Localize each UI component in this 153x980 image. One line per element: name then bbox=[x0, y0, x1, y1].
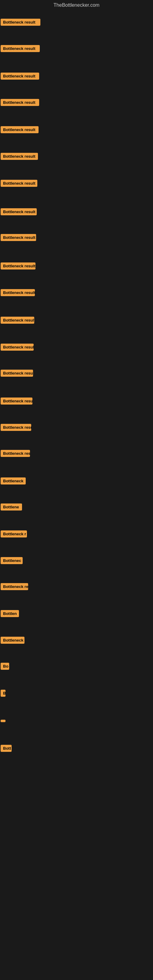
list-item: Bottleneck result bbox=[1, 234, 36, 242]
list-item: Bottlenec bbox=[1, 557, 22, 565]
list-item: Bottleneck r bbox=[1, 530, 27, 539]
list-item: B bbox=[1, 690, 5, 698]
site-title: TheBottlenecker.com bbox=[0, 0, 153, 9]
list-item: Bottleneck re bbox=[1, 583, 28, 591]
bottleneck-result-badge[interactable]: Bo bbox=[1, 663, 9, 670]
list-item: Bottleneck bbox=[1, 477, 26, 486]
bottleneck-result-badge[interactable]: Bottlenec bbox=[1, 557, 22, 564]
bottleneck-result-badge[interactable]: Bottleneck result bbox=[1, 289, 35, 296]
bottleneck-result-badge[interactable]: Bottleneck result bbox=[1, 153, 38, 160]
list-item: Bottleneck result bbox=[1, 208, 37, 216]
bottleneck-result-badge[interactable]: Bottlen bbox=[1, 610, 19, 617]
list-item: Bottleneck result bbox=[1, 73, 39, 81]
bottleneck-result-badge[interactable]: Bottleneck result bbox=[1, 234, 36, 241]
bottleneck-result-badge[interactable]: Bott bbox=[1, 745, 12, 752]
list-item: Bottleneck result bbox=[1, 180, 37, 188]
list-item: Bottlen bbox=[1, 610, 19, 618]
bottleneck-result-badge[interactable]: Bottleneck result bbox=[1, 262, 35, 269]
bottleneck-result-badge[interactable]: Bottleneck bbox=[1, 477, 26, 485]
list-item: Bottleneck result bbox=[1, 126, 38, 134]
bottleneck-result-badge[interactable]: B bbox=[1, 690, 5, 697]
bottleneck-result-badge[interactable]: Bottleneck result bbox=[1, 450, 30, 457]
bottleneck-result-badge[interactable]: Bottleneck result bbox=[1, 45, 40, 52]
bottleneck-result-badge[interactable]: Bottleneck result bbox=[1, 317, 34, 324]
bottleneck-result-badge[interactable] bbox=[1, 720, 5, 722]
bottleneck-result-badge[interactable]: Bottleneck r bbox=[1, 530, 27, 538]
list-item: Bottleneck result bbox=[1, 289, 35, 298]
list-item: Bottleneck result bbox=[1, 344, 33, 352]
list-item: Bottleneck result bbox=[1, 153, 38, 161]
list-item: Bott bbox=[1, 745, 12, 753]
bottleneck-result-badge[interactable]: Bottleneck result bbox=[1, 398, 32, 404]
bottleneck-result-badge[interactable]: Bottleneck result bbox=[1, 19, 40, 26]
list-item: Bottleneck result bbox=[1, 398, 32, 406]
bottleneck-result-badge[interactable]: Bottleneck re bbox=[1, 583, 28, 590]
list-item: Bottlene bbox=[1, 503, 22, 512]
bottleneck-result-badge[interactable]: Bottleneck result bbox=[1, 370, 33, 377]
bottleneck-result-badge[interactable]: Bottleneck bbox=[1, 637, 24, 644]
list-item: Bottleneck result bbox=[1, 317, 34, 325]
list-item: Bottleneck result bbox=[1, 19, 40, 27]
bottleneck-result-badge[interactable]: Bottleneck result bbox=[1, 344, 33, 351]
bottleneck-result-badge[interactable]: Bottleneck result bbox=[1, 208, 37, 215]
list-item: Bottleneck result bbox=[1, 370, 33, 378]
list-item: Bottleneck result bbox=[1, 262, 35, 271]
list-item: Bo bbox=[1, 663, 9, 671]
list-item: Bottleneck result bbox=[1, 450, 30, 458]
bottleneck-result-badge[interactable]: Bottleneck result bbox=[1, 99, 39, 106]
bottleneck-result-badge[interactable]: Bottleneck result bbox=[1, 73, 39, 80]
list-item: Bottleneck result bbox=[1, 45, 40, 53]
list-item: Bottleneck result bbox=[1, 99, 39, 107]
bottleneck-result-badge[interactable]: Bottlene bbox=[1, 503, 22, 511]
list-item bbox=[1, 718, 5, 723]
list-item: Bottleneck result bbox=[1, 424, 31, 432]
bottleneck-result-badge[interactable]: Bottleneck result bbox=[1, 180, 37, 187]
list-item: Bottleneck bbox=[1, 637, 24, 645]
bottleneck-result-badge[interactable]: Bottleneck result bbox=[1, 424, 31, 431]
bottleneck-result-badge[interactable]: Bottleneck result bbox=[1, 126, 38, 133]
